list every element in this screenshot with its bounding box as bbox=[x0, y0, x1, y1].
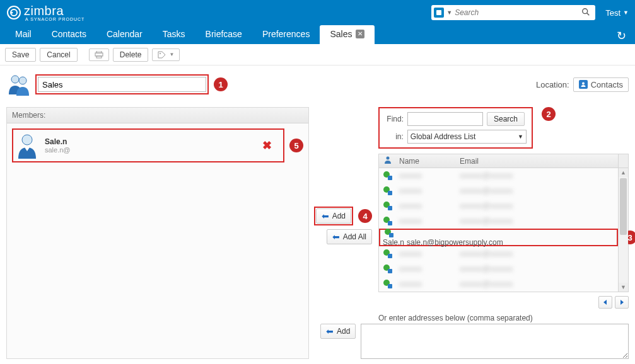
gal-contact-icon bbox=[379, 186, 397, 196]
location-label: Location: bbox=[536, 80, 569, 89]
group-name-input[interactable] bbox=[38, 77, 206, 92]
chevron-down-icon: ▼ bbox=[623, 9, 629, 16]
add-button-label: Add bbox=[332, 212, 346, 220]
svg-line-5 bbox=[587, 13, 590, 15]
gal-contact-icon bbox=[379, 171, 397, 181]
scroll-thumb[interactable] bbox=[620, 178, 627, 235]
result-row[interactable]: xxxxxxxxxxxx@xxxxxx bbox=[379, 168, 618, 183]
result-name: xxxxxx bbox=[397, 280, 457, 288]
scroll-down-icon[interactable]: ▼ bbox=[619, 283, 628, 292]
location-area: Location: Contacts bbox=[536, 77, 629, 92]
search-input[interactable] bbox=[455, 8, 579, 17]
add-button[interactable]: ⬅ Add bbox=[316, 208, 351, 224]
user-menu[interactable]: Test ▼ bbox=[605, 8, 629, 18]
result-email: xxxxxx@xxxxxx bbox=[457, 171, 618, 180]
lower-columns: Members: Sale.n sale.n@ bbox=[6, 107, 629, 359]
scroll-up-icon[interactable]: ▲ bbox=[619, 168, 628, 177]
group-header-row: 1 Location: Contacts bbox=[6, 71, 629, 98]
global-search[interactable]: ▼ bbox=[431, 5, 595, 20]
annotation-5: 5 bbox=[289, 139, 303, 152]
svg-rect-26 bbox=[388, 254, 392, 258]
svg-point-2 bbox=[11, 12, 13, 14]
svg-rect-30 bbox=[388, 284, 392, 288]
result-row[interactable]: xxxxxxxxxxxx@xxxxxx bbox=[379, 246, 618, 261]
svg-point-9 bbox=[160, 53, 161, 54]
svg-point-11 bbox=[19, 77, 26, 84]
user-label: Test bbox=[605, 8, 620, 18]
location-button[interactable]: Contacts bbox=[573, 77, 629, 92]
search-icon[interactable] bbox=[579, 8, 593, 18]
result-row[interactable]: xxxxxxxxxxxx@xxxxxx bbox=[379, 213, 618, 229]
brand-subtext: A SYNACOR PRODUCT bbox=[25, 17, 84, 21]
in-select[interactable]: Global Address List ▼ bbox=[407, 130, 527, 144]
result-row[interactable]: xxxxxxxxxxxx@xxxxxx bbox=[379, 261, 618, 276]
result-name: Sale.n bbox=[380, 238, 404, 247]
page-next-button[interactable] bbox=[615, 296, 629, 309]
brand-icon bbox=[6, 5, 21, 20]
search-scope-dropdown-icon[interactable]: ▼ bbox=[446, 9, 452, 16]
find-search-button[interactable]: Search bbox=[487, 112, 525, 126]
find-highlight: Find: Search in: Global Address List ▼ bbox=[378, 107, 533, 149]
tab-preferences[interactable]: Preferences bbox=[252, 25, 320, 44]
toolbar: Save Cancel Delete ▼ bbox=[0, 44, 635, 65]
in-select-value: Global Address List bbox=[411, 132, 475, 141]
cancel-button[interactable]: Cancel bbox=[40, 48, 77, 62]
find-input[interactable] bbox=[407, 112, 483, 126]
gal-contact-icon bbox=[380, 228, 398, 238]
remove-member-icon[interactable]: ✖ bbox=[253, 139, 281, 152]
svg-rect-3 bbox=[436, 10, 441, 15]
arrow-left-icon: ⬅ bbox=[322, 211, 329, 221]
location-value: Contacts bbox=[591, 80, 623, 89]
manual-entry-textarea[interactable] bbox=[361, 324, 629, 359]
result-email: xxxxxx@xxxxxx bbox=[457, 249, 618, 258]
result-row[interactable]: xxxxxxxxxxxx@xxxxxx bbox=[379, 276, 618, 292]
gal-contact-icon bbox=[379, 216, 397, 226]
result-row[interactable]: xxxxxxxxxxxx@xxxxxx bbox=[379, 183, 618, 198]
results-icon-column[interactable] bbox=[379, 156, 397, 166]
tab-tasks[interactable]: Tasks bbox=[153, 25, 195, 44]
svg-point-12 bbox=[582, 82, 585, 85]
gal-contact-icon bbox=[379, 249, 397, 259]
manual-add-button[interactable]: ⬅ Add bbox=[320, 324, 356, 339]
search-column: Find: Search in: Global Address List ▼ 2 bbox=[378, 107, 629, 359]
tab-contacts[interactable]: Contacts bbox=[42, 25, 96, 44]
results-email-column[interactable]: Email bbox=[457, 157, 618, 166]
tab-sales[interactable]: Sales ✕ bbox=[320, 25, 375, 44]
arrow-left-icon: ⬅ bbox=[332, 232, 340, 242]
add-all-button[interactable]: ⬅ Add All bbox=[327, 229, 372, 244]
tab-close-icon[interactable]: ✕ bbox=[356, 30, 364, 38]
member-row[interactable]: Sale.n sale.n@ ✖ bbox=[16, 132, 281, 159]
refresh-icon[interactable]: ↻ bbox=[617, 29, 626, 43]
tab-sales-label: Sales bbox=[330, 29, 352, 39]
manual-add-label: Add bbox=[337, 327, 350, 336]
result-email: xxxxxx@xxxxxx bbox=[457, 202, 618, 210]
result-name: xxxxxx bbox=[397, 186, 457, 195]
svg-rect-22 bbox=[388, 221, 392, 225]
tag-menu-button[interactable]: ▼ bbox=[152, 48, 180, 61]
result-row-highlight: Sale.nsale.n@bigpowersupply.com bbox=[379, 229, 618, 246]
print-icon bbox=[95, 51, 103, 59]
print-button[interactable] bbox=[89, 48, 109, 61]
result-name: xxxxxx bbox=[397, 217, 457, 225]
result-email: xxxxxx@xxxxxx bbox=[457, 264, 618, 273]
svg-point-4 bbox=[583, 8, 588, 13]
svg-rect-28 bbox=[388, 269, 392, 273]
result-row-selected[interactable]: Sale.nsale.n@bigpowersupply.com bbox=[380, 228, 503, 247]
save-button[interactable]: Save bbox=[5, 48, 36, 62]
arrow-left-icon: ⬅ bbox=[326, 326, 334, 336]
svg-rect-7 bbox=[95, 53, 103, 56]
page-prev-button[interactable] bbox=[598, 296, 612, 309]
find-label: Find: bbox=[385, 115, 404, 123]
result-email: xxxxxx@xxxxxx bbox=[457, 217, 618, 225]
results-scrollbar[interactable]: ▲ ▼ bbox=[618, 168, 628, 292]
member-row-highlight: Sale.n sale.n@ ✖ bbox=[12, 128, 284, 162]
result-row[interactable]: xxxxxxxxxxxx@xxxxxx bbox=[379, 198, 618, 213]
svg-point-0 bbox=[8, 6, 20, 19]
results-name-column[interactable]: Name bbox=[397, 157, 457, 166]
tab-mail[interactable]: Mail bbox=[5, 25, 42, 44]
tab-briefcase[interactable]: Briefcase bbox=[195, 25, 252, 44]
delete-button[interactable]: Delete bbox=[113, 48, 149, 62]
result-email: xxxxxx@xxxxxx bbox=[457, 186, 618, 195]
tab-calendar[interactable]: Calendar bbox=[96, 25, 153, 44]
search-scope-icon[interactable] bbox=[434, 8, 444, 18]
